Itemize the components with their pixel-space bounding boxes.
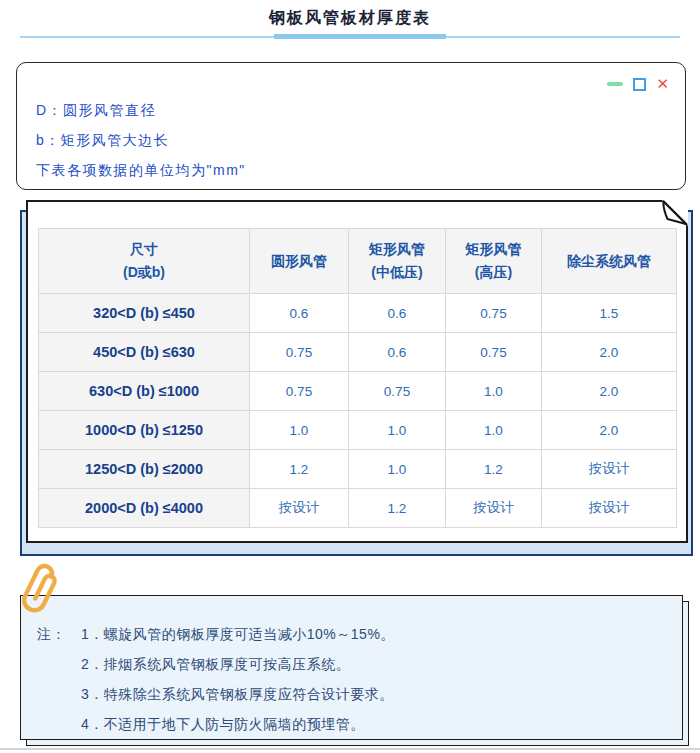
note-line: 2．排烟系统风管钢板厚度可按高压系统。 [37, 649, 672, 679]
bottom-divider [0, 748, 700, 750]
folded-corner-icon [662, 200, 688, 226]
header-cell: 矩形风管(高压) [446, 229, 542, 294]
value-cell: 1.5 [542, 294, 677, 333]
value-cell: 1.2 [349, 489, 446, 528]
note-line: 注： 1．螺旋风管的钢板厚度可适当减小10%～15%。 [37, 619, 672, 649]
note-text: 2．排烟系统风管钢板厚度可按高压系统。 [81, 649, 350, 679]
table-header-row: 尺寸(D或b)圆形风管矩形风管(中低压)矩形风管(高压)除尘系统风管 [39, 229, 677, 294]
article-page: 钢板风管板材厚度表 ✕ D：圆形风管直径 b：矩形风管大边长 下表各项数据的单位… [0, 0, 700, 753]
size-cell: 320<D (b) ≤450 [39, 294, 250, 333]
note-prefix: 注： [37, 619, 81, 649]
value-cell: 0.6 [349, 333, 446, 372]
value-cell: 0.6 [250, 294, 349, 333]
size-cell: 1000<D (b) ≤1250 [39, 411, 250, 450]
value-cell: 按设计 [542, 450, 677, 489]
window-controls: ✕ [607, 77, 669, 91]
legend-card: ✕ D：圆形风管直径 b：矩形风管大边长 下表各项数据的单位均为"mm" [16, 62, 686, 190]
minimize-icon[interactable] [607, 82, 623, 86]
value-cell: 按设计 [250, 489, 349, 528]
notes-card: 注： 1．螺旋风管的钢板厚度可适当减小10%～15%。 2．排烟系统风管钢板厚度… [20, 595, 683, 740]
table-row: 1250<D (b) ≤20001.21.01.2按设计 [39, 450, 677, 489]
header-cell: 圆形风管 [250, 229, 349, 294]
note-line: 3．特殊除尘系统风管钢板厚度应符合设计要求。 [37, 679, 672, 709]
table-row: 450<D (b) ≤6300.750.60.752.0 [39, 333, 677, 372]
value-cell: 1.0 [250, 411, 349, 450]
header-cell: 除尘系统风管 [542, 229, 677, 294]
header-cell: 尺寸(D或b) [39, 229, 250, 294]
note-line: 4．不适用于地下人防与防火隔墙的预埋管。 [37, 709, 672, 739]
size-cell: 630<D (b) ≤1000 [39, 372, 250, 411]
table-row: 320<D (b) ≤4500.60.60.751.5 [39, 294, 677, 333]
value-cell: 1.2 [446, 450, 542, 489]
header-cell: 矩形风管(中低压) [349, 229, 446, 294]
value-cell: 1.0 [349, 411, 446, 450]
size-cell: 450<D (b) ≤630 [39, 333, 250, 372]
legend-line-d: D：圆形风管直径 [36, 95, 645, 125]
value-cell: 2.0 [542, 372, 677, 411]
table-row: 630<D (b) ≤10000.750.751.02.0 [39, 372, 677, 411]
value-cell: 0.75 [250, 372, 349, 411]
size-cell: 1250<D (b) ≤2000 [39, 450, 250, 489]
table-row: 2000<D (b) ≤4000按设计1.2按设计按设计 [39, 489, 677, 528]
value-cell: 0.6 [349, 294, 446, 333]
value-cell: 1.2 [250, 450, 349, 489]
value-cell: 2.0 [542, 333, 677, 372]
size-cell: 2000<D (b) ≤4000 [39, 489, 250, 528]
legend-line-unit: 下表各项数据的单位均为"mm" [36, 155, 645, 185]
close-icon[interactable]: ✕ [656, 77, 669, 91]
notes-section: 注： 1．螺旋风管的钢板厚度可适当减小10%～15%。 2．排烟系统风管钢板厚度… [0, 595, 700, 747]
value-cell: 按设计 [446, 489, 542, 528]
table-sheet: 尺寸(D或b)圆形风管矩形风管(中低压)矩形风管(高压)除尘系统风管 320<D… [0, 200, 700, 560]
value-cell: 0.75 [349, 372, 446, 411]
table-row: 1000<D (b) ≤12501.01.01.02.0 [39, 411, 677, 450]
value-cell: 0.75 [446, 294, 542, 333]
value-cell: 2.0 [542, 411, 677, 450]
sheet-paper: 尺寸(D或b)圆形风管矩形风管(中低压)矩形风管(高压)除尘系统风管 320<D… [26, 200, 688, 543]
legend-lines: D：圆形风管直径 b：矩形风管大边长 下表各项数据的单位均为"mm" [36, 95, 645, 185]
thickness-table: 尺寸(D或b)圆形风管矩形风管(中低压)矩形风管(高压)除尘系统风管 320<D… [38, 228, 677, 528]
note-text: 1．螺旋风管的钢板厚度可适当减小10%～15%。 [81, 619, 395, 649]
maximize-icon[interactable] [633, 78, 646, 91]
note-text: 3．特殊除尘系统风管钢板厚度应符合设计要求。 [81, 679, 394, 709]
table-body: 320<D (b) ≤4500.60.60.751.5450<D (b) ≤63… [39, 294, 677, 528]
value-cell: 按设计 [542, 489, 677, 528]
value-cell: 1.0 [446, 411, 542, 450]
value-cell: 1.0 [349, 450, 446, 489]
value-cell: 1.0 [446, 372, 542, 411]
note-text: 4．不适用于地下人防与防火隔墙的预埋管。 [81, 709, 365, 739]
legend-line-b: b：矩形风管大边长 [36, 125, 645, 155]
value-cell: 0.75 [250, 333, 349, 372]
page-title: 钢板风管板材厚度表 [0, 8, 700, 29]
title-divider-accent [274, 34, 446, 39]
value-cell: 0.75 [446, 333, 542, 372]
